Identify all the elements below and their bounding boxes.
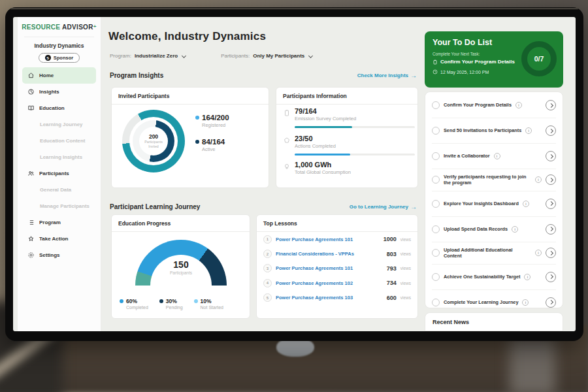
info-icon[interactable]: i xyxy=(524,274,531,280)
sidebar-item-label: General Data xyxy=(40,187,71,193)
task-go-button[interactable] xyxy=(546,272,556,282)
task-go-button[interactable] xyxy=(546,151,556,161)
sidebar-item-general-data[interactable]: General Data xyxy=(22,182,96,198)
task-checkbox[interactable] xyxy=(432,101,440,109)
sidebar-item-settings[interactable]: Settings xyxy=(22,247,96,263)
sidebar-item-education-content[interactable]: Education Content xyxy=(22,133,96,149)
card-title: Education Progress xyxy=(112,215,250,232)
task-go-button[interactable] xyxy=(546,297,556,308)
sidebar-item-take-action[interactable]: Take Action xyxy=(22,231,96,247)
task-checkbox[interactable] xyxy=(432,152,440,160)
task-item[interactable]: Verify participants requesting to join t… xyxy=(432,169,556,191)
info-icon[interactable]: i xyxy=(515,102,522,108)
card-title: Participants Information xyxy=(276,88,417,105)
task-go-button[interactable] xyxy=(546,174,556,185)
people-icon xyxy=(27,170,35,177)
sidebar-item-label: Home xyxy=(39,73,54,78)
check-more-insights-link[interactable]: Check More Insights → xyxy=(357,72,417,79)
task-item[interactable]: Send 50 Invitations to Participants i xyxy=(432,118,556,144)
task-label: Upload Additional Educational Content xyxy=(444,247,531,259)
lesson-link[interactable]: Financial Considerations - VPPAs xyxy=(276,251,383,257)
task-item[interactable]: Invite a Collaborator i xyxy=(432,144,556,169)
task-checkbox[interactable] xyxy=(432,225,440,233)
sidebar-item-manage-participants[interactable]: Manage Participants xyxy=(22,198,96,214)
learning-journey-heading: Participant Learning Journey xyxy=(110,203,200,210)
task-label: Complete Your Learning Journey xyxy=(444,299,518,305)
task-item[interactable]: Confirm Your Program Details i xyxy=(432,93,556,118)
card-title: Invited Participants xyxy=(112,88,269,105)
sidebar-item-learning-insights[interactable]: Learning Insights xyxy=(22,149,96,165)
link-label: Go to Learning Journey xyxy=(350,204,408,210)
invited-donut-inner: 200 Participants Invited xyxy=(133,120,174,162)
views-suffix: views xyxy=(400,252,411,256)
invited-participants-card: Invited Participants 200 Participants In… xyxy=(111,87,269,188)
task-go-button[interactable] xyxy=(546,224,556,235)
action-icon xyxy=(27,235,35,242)
donut-legend: 164/200 Registered 84/164 Active xyxy=(195,114,229,162)
logo-text-secondary: ADVISOR xyxy=(62,24,93,31)
lesson-link[interactable]: Power Purchase Agreements 101 xyxy=(276,237,380,242)
task-item[interactable]: Complete Your Learning Journey i xyxy=(432,290,556,315)
legend-label: Registered xyxy=(202,122,229,128)
top-lessons-card: Top Lessons 1 Power Purchase Agreements … xyxy=(256,214,418,319)
go-to-learning-journey-link[interactable]: Go to Learning Journey → xyxy=(350,203,417,210)
sidebar-item-label: Manage Participants xyxy=(40,203,90,209)
info-icon[interactable]: i xyxy=(494,153,500,159)
sidebar-item-education[interactable]: Education xyxy=(22,100,96,116)
bulb-icon xyxy=(283,163,291,171)
lesson-link[interactable]: Power Purchase Agreements 103 xyxy=(276,295,383,301)
program-filter-value[interactable]: Industrialize Zero xyxy=(135,53,178,59)
task-go-button[interactable] xyxy=(546,100,556,110)
task-checkbox[interactable] xyxy=(432,249,440,257)
sponsor-badge[interactable]: S Sponsor xyxy=(39,53,80,63)
task-item[interactable]: Upload Spend Data Records i xyxy=(432,217,556,242)
chevron-down-icon[interactable] xyxy=(308,53,313,57)
todo-next-task-label: Confirm Your Program Details xyxy=(440,59,515,65)
task-checkbox[interactable] xyxy=(432,273,440,281)
sidebar-item-insights[interactable]: Insights xyxy=(22,84,96,100)
lesson-row: 3 Power Purchase Agreements 101 793 view… xyxy=(257,261,417,276)
legend-value: 164/200 xyxy=(202,114,229,122)
sidebar-item-home[interactable]: Home xyxy=(22,67,96,84)
task-item[interactable]: Upload Additional Educational Content i xyxy=(432,242,556,265)
education-progress-card: Education Progress 150 Participants 60% … xyxy=(111,214,250,319)
task-checkbox[interactable] xyxy=(432,176,440,184)
task-checkbox[interactable] xyxy=(432,299,440,306)
info-value: 1,000 GWh xyxy=(295,161,410,169)
chevron-down-icon[interactable] xyxy=(182,53,186,57)
task-checkbox[interactable] xyxy=(432,200,440,208)
info-icon[interactable]: i xyxy=(535,250,542,256)
lesson-row: 5 Power Purchase Agreements 103 600 view… xyxy=(257,291,417,305)
participants-filter-value[interactable]: Only My Participants xyxy=(253,53,304,59)
lesson-link[interactable]: Power Purchase Agreements 102 xyxy=(276,280,383,286)
task-go-button[interactable] xyxy=(546,199,556,209)
info-icon[interactable]: i xyxy=(535,176,542,183)
task-go-button[interactable] xyxy=(546,248,556,258)
task-go-button[interactable] xyxy=(546,125,556,136)
sidebar-item-participants[interactable]: Participants xyxy=(22,165,96,182)
info-label: Total Global Consumption xyxy=(295,169,410,175)
sidebar-item-label: Learning Journey xyxy=(40,122,82,127)
task-item[interactable]: Explore Your Insights Dashboard i xyxy=(432,191,556,217)
views-suffix: views xyxy=(400,237,411,242)
sidebar: RESOURCE ADVISOR+ Industry Dynamics S Sp… xyxy=(18,17,101,331)
sidebar-item-program[interactable]: Program xyxy=(22,214,96,231)
info-icon[interactable]: i xyxy=(523,201,529,207)
info-icon[interactable]: i xyxy=(522,299,529,306)
info-icon[interactable]: i xyxy=(525,127,532,134)
info-icon[interactable]: i xyxy=(512,226,518,233)
sidebar-item-learning-journey[interactable]: Learning Journey xyxy=(22,116,96,133)
participants-filter-label: Participants: xyxy=(221,53,250,59)
background-band-right xyxy=(510,336,555,392)
views-suffix: views xyxy=(400,266,411,270)
task-item[interactable]: Achieve One Sustainability Target i xyxy=(432,265,556,290)
legend-item-registered: 164/200 Registered xyxy=(195,114,229,128)
info-row-consumption: 1,000 GWh Total Global Consumption xyxy=(283,161,410,175)
gauge-center: 150 Participants xyxy=(135,259,227,275)
lesson-link[interactable]: Power Purchase Agreements 101 xyxy=(276,265,383,271)
task-checkbox[interactable] xyxy=(432,127,440,135)
lesson-rank: 4 xyxy=(263,279,272,287)
lesson-views: 793 xyxy=(387,265,397,272)
legend-dot xyxy=(194,299,198,303)
sidebar-item-label: Participants xyxy=(39,171,69,176)
